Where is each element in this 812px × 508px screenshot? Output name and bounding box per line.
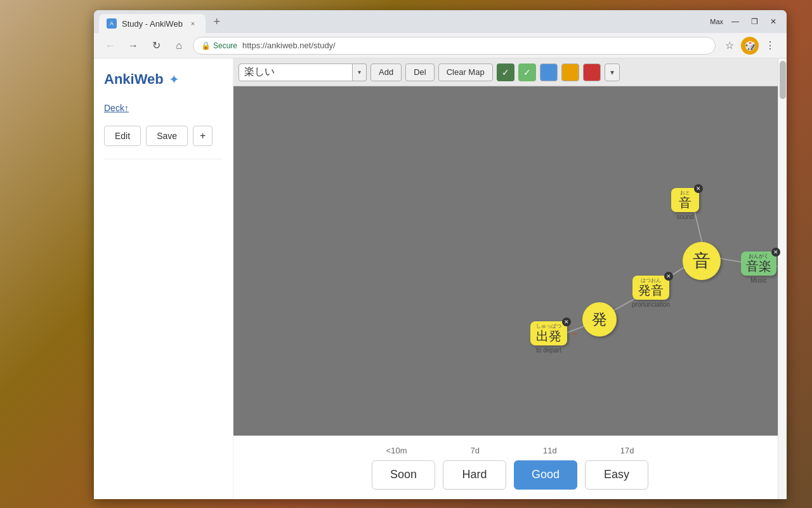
back-button[interactable]: ← [102, 37, 119, 55]
del-button[interactable]: Del [405, 64, 435, 81]
active-tab[interactable]: A Study - AnkiWeb × [99, 14, 206, 33]
tab-favicon: A [107, 18, 117, 29]
tab-title: Study - AnkiWeb [122, 19, 183, 29]
brand-name: AnkiWeb [104, 71, 164, 88]
node-hatsuon-furigana: はつおん [632, 277, 669, 284]
window-controls: — ❐ ✕ [727, 13, 782, 30]
tab-close-button[interactable]: × [188, 18, 198, 29]
color-orange-swatch[interactable] [561, 64, 579, 81]
node-shuppatsu-furigana: しゅっぱつ [530, 323, 567, 330]
new-tab-button[interactable]: + [208, 13, 226, 30]
more-options-button[interactable]: ▾ [605, 64, 620, 81]
map-canvas: ✕ おと 音 sound ✕ たのしむ 楽む to enjoy oneself [233, 86, 787, 489]
node-oto-small[interactable]: ✕ おと 音 sound [671, 188, 699, 220]
brand: AnkiWeb ✦ [104, 71, 223, 88]
color-red-swatch[interactable] [583, 64, 601, 81]
scrollbar-thumb-v[interactable] [780, 61, 786, 99]
node-shuppatsu-rect: ✕ しゅっぱつ 出発 → [530, 321, 567, 345]
sidebar: AnkiWeb ✦ Deck↑ Edit Save + [94, 58, 233, 499]
tab-bar: A Study - AnkiWeb × + [99, 10, 710, 33]
soon-time: <10m [386, 446, 407, 455]
title-bar: A Study - AnkiWeb × + Max — ❐ ✕ [94, 10, 787, 33]
page-content: AnkiWeb ✦ Deck↑ Edit Save + ▾ Add Del Cl [94, 58, 787, 499]
add-button[interactable]: Add [370, 64, 402, 81]
node-oto-large-kanji: 音 [693, 249, 710, 273]
map-toolbar: ▾ Add Del Clear Map ✓ ✓ ▾ [233, 58, 787, 86]
node-oto-large[interactable]: 音 [683, 242, 721, 280]
map-lines [233, 86, 787, 489]
window-label: Max [710, 18, 723, 25]
soon-button[interactable]: Soon [372, 460, 435, 490]
node-shuppatsu-arrow: → [570, 328, 579, 338]
address-bar: ← → ↻ ⌂ 🔒 Secure https://ankiweb.net/stu… [94, 33, 787, 58]
hard-button[interactable]: Hard [443, 460, 506, 490]
close-button[interactable]: ✕ [765, 13, 782, 30]
node-oto-small-kanji: 音 [679, 196, 691, 210]
answer-area: <10m 7d 11d 17d Soon Hard Good Easy [233, 436, 787, 499]
node-hatsuon-close[interactable]: ✕ [664, 272, 673, 281]
hard-time: 7d [471, 446, 480, 455]
map-input-wrapper: ▾ [239, 64, 367, 81]
good-time: 11d [543, 446, 557, 455]
node-shuppatsu-label: to depart [536, 347, 561, 354]
map-search-input[interactable] [239, 64, 353, 81]
node-shuppatsu[interactable]: ✕ しゅっぱつ 出発 → to depart [530, 321, 567, 354]
node-oto-small-label: sound [676, 213, 693, 220]
save-button[interactable]: Save [146, 126, 188, 146]
check-dark-green-button[interactable]: ✓ [497, 64, 514, 81]
node-hatsuon-rect: ✕ はつおん 発音 [632, 276, 669, 300]
deck-link[interactable]: Deck↑ [104, 103, 223, 113]
color-blue-swatch[interactable] [540, 64, 558, 81]
node-hatsuon-kanji: 発音 [638, 283, 664, 297]
node-hatsu-large-circle: 発 [582, 302, 617, 337]
node-hatsu-large[interactable]: 発 [582, 302, 617, 337]
minimize-button[interactable]: — [727, 13, 743, 30]
reload-button[interactable]: ↻ [147, 37, 165, 55]
url-text: https://ankiweb.net/study/ [242, 41, 336, 50]
node-oto-small-close[interactable]: ✕ [694, 184, 703, 193]
node-ongaku-label: Music [750, 277, 767, 284]
node-shuppatsu-close[interactable]: ✕ [562, 318, 571, 326]
answer-times: <10m 7d 11d 17d [386, 446, 634, 455]
node-hatsu-large-kanji: 発 [592, 309, 607, 330]
address-actions: ☆ 🎲 ⋮ [721, 37, 779, 55]
sidebar-divider [104, 159, 223, 159]
brand-icon: ✦ [169, 72, 180, 87]
action-buttons: Edit Save + [104, 126, 223, 146]
good-button[interactable]: Good [514, 460, 577, 490]
node-shuppatsu-kanji: 出発 [536, 329, 561, 343]
plus-button[interactable]: + [193, 126, 213, 146]
profile-button[interactable]: 🎲 [741, 37, 759, 55]
check-light-green-button[interactable]: ✓ [518, 64, 536, 81]
edit-button[interactable]: Edit [104, 126, 141, 146]
map-dropdown-button[interactable]: ▾ [353, 64, 367, 81]
menu-button[interactable]: ⋮ [761, 37, 779, 55]
home-button[interactable]: ⌂ [170, 37, 188, 55]
node-hatsuon[interactable]: ✕ はつおん 発音 pronunciation [632, 276, 670, 308]
node-hatsuon-label: pronunciation [632, 301, 670, 308]
node-ongaku-kanji: 音楽 [746, 259, 771, 273]
main-area: ▾ Add Del Clear Map ✓ ✓ ▾ [233, 58, 787, 499]
easy-time: 17d [620, 446, 634, 455]
node-ongaku-close[interactable]: ✕ [771, 248, 780, 257]
forward-button[interactable]: → [124, 37, 142, 55]
secure-text: Secure [213, 41, 237, 50]
right-scrollbar[interactable] [778, 58, 787, 499]
node-ongaku-rect: ✕ おんがく 音楽 [741, 251, 776, 276]
address-input[interactable]: 🔒 Secure https://ankiweb.net/study/ [193, 37, 716, 55]
maximize-button[interactable]: ❐ [746, 13, 763, 30]
node-oto-large-circle: 音 [683, 242, 721, 280]
bookmark-button[interactable]: ☆ [721, 37, 738, 55]
node-ongaku[interactable]: ✕ おんがく 音楽 Music [741, 251, 776, 284]
chrome-window: A Study - AnkiWeb × + Max — ❐ ✕ ← → ↻ ⌂ … [94, 10, 787, 499]
easy-button[interactable]: Easy [585, 460, 648, 490]
answer-buttons: Soon Hard Good Easy [372, 460, 648, 490]
clear-map-button[interactable]: Clear Map [438, 64, 493, 81]
node-oto-small-rect: ✕ おと 音 [671, 188, 699, 212]
secure-badge: 🔒 Secure [201, 41, 237, 50]
